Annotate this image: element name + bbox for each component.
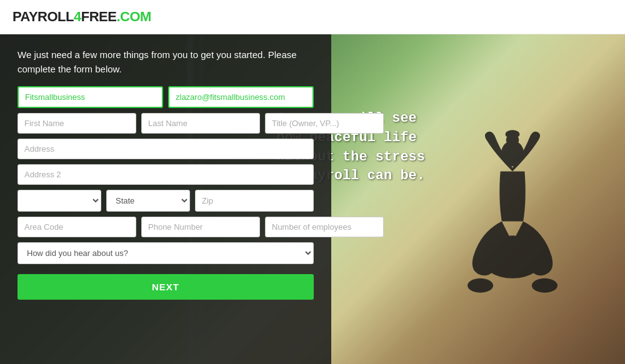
header: PAYROLL4FREE.COM bbox=[0, 0, 625, 34]
title-input[interactable] bbox=[265, 113, 384, 134]
row-hear-about: How did you hear about us? Google Social… bbox=[18, 242, 314, 264]
state-select[interactable]: State Alabama Alaska Arizona California bbox=[106, 190, 190, 212]
next-button[interactable]: NEXT bbox=[18, 274, 314, 300]
logo-free-text: FREE bbox=[81, 9, 117, 24]
row-country-state-zip: United States Canada State Alabama Alask… bbox=[18, 190, 314, 212]
company-name-input[interactable] bbox=[18, 86, 163, 108]
address2-input[interactable] bbox=[18, 164, 314, 185]
yoga-figure bbox=[450, 114, 575, 364]
svg-point-3 bbox=[481, 235, 545, 278]
hear-about-select[interactable]: How did you hear about us? Google Social… bbox=[18, 242, 314, 264]
phone-input[interactable] bbox=[141, 217, 260, 237]
form-intro-text: We just need a few more things from you … bbox=[18, 48, 314, 76]
zip-input[interactable] bbox=[195, 190, 314, 212]
first-name-input[interactable] bbox=[18, 113, 136, 134]
logo-payroll: PAYROLL bbox=[12, 9, 74, 24]
email-input[interactable] bbox=[168, 86, 314, 108]
row-address bbox=[18, 139, 314, 159]
form-panel: We just need a few more things from you … bbox=[0, 34, 331, 364]
svg-point-2 bbox=[506, 130, 520, 139]
address-input[interactable] bbox=[18, 139, 314, 159]
svg-point-4 bbox=[468, 278, 493, 293]
row-company-email bbox=[18, 86, 314, 108]
row-address2 bbox=[18, 164, 314, 185]
last-name-input[interactable] bbox=[141, 113, 260, 134]
logo: PAYROLL4FREE.COM bbox=[12, 9, 151, 25]
logo-four: 4 bbox=[74, 9, 81, 24]
row-name-title bbox=[18, 113, 314, 134]
area-code-input[interactable] bbox=[18, 217, 136, 237]
country-select[interactable]: United States Canada bbox=[18, 190, 101, 212]
row-phone-employees bbox=[18, 217, 314, 237]
employees-input[interactable] bbox=[265, 217, 384, 237]
main-content: Soon you will see how peaceful life with… bbox=[0, 34, 625, 364]
svg-point-5 bbox=[532, 278, 558, 293]
logo-dotcom: .COM bbox=[116, 9, 151, 24]
